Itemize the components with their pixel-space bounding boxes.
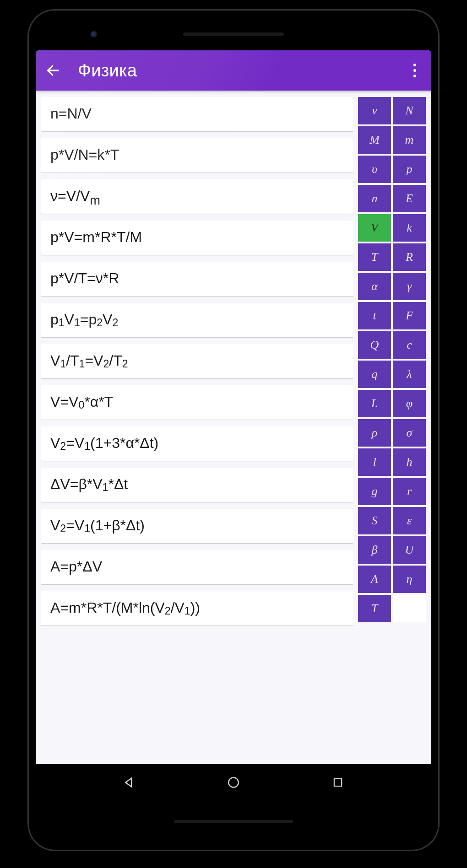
variable-cell[interactable]: A — [358, 566, 391, 593]
phone-bottom-bezel — [36, 801, 431, 842]
variable-cell[interactable]: υ — [358, 156, 391, 183]
nav-recent-button[interactable] — [327, 772, 348, 793]
nav-back-button[interactable] — [119, 772, 140, 793]
formula-item[interactable]: p*V/N=k*T — [41, 138, 353, 173]
variable-cell[interactable]: M — [358, 126, 391, 154]
variable-cell[interactable]: r — [393, 478, 426, 505]
svg-marker-1 — [125, 778, 131, 787]
speaker-icon — [183, 32, 284, 36]
home-indicator-icon — [174, 820, 293, 823]
variable-cell[interactable]: v — [358, 97, 391, 124]
app-screen: Физика n=N/Vp*V/N=k*Tν=V/Vmp*V=m*R*T/Mp*… — [36, 50, 431, 764]
formula-list[interactable]: n=N/Vp*V/N=k*Tν=V/Vmp*V=m*R*T/Mp*V/T=ν*R… — [41, 97, 353, 753]
formula-item[interactable]: p1V1=p2V2 — [41, 303, 353, 337]
variable-cell[interactable]: γ — [393, 273, 426, 300]
square-recent-icon — [331, 776, 344, 789]
back-button[interactable] — [45, 62, 61, 79]
variable-cell[interactable]: α — [358, 273, 391, 300]
formula-item[interactable]: A=p*ΔV — [41, 550, 353, 584]
variable-cell[interactable]: g — [358, 478, 391, 505]
variable-cell[interactable]: p — [393, 156, 426, 183]
formula-item[interactable]: n=N/V — [41, 97, 353, 131]
dot-icon — [413, 75, 416, 77]
variable-cell[interactable]: E — [393, 185, 426, 212]
dot-icon — [413, 64, 416, 66]
formula-item[interactable]: p*V=m*R*T/M — [41, 221, 353, 255]
formula-item[interactable]: V1/T1=V2/T2 — [41, 344, 353, 378]
formula-item[interactable]: V2=V1(1+3*α*Δt) — [41, 426, 353, 461]
formula-item[interactable]: V2=V1(1+β*Δt) — [41, 509, 353, 543]
variable-cell[interactable]: φ — [393, 390, 426, 417]
variable-cell[interactable]: N — [393, 97, 426, 124]
svg-rect-3 — [334, 779, 342, 786]
svg-point-2 — [228, 777, 238, 787]
variable-cell[interactable]: k — [393, 214, 426, 242]
variable-cell[interactable]: Q — [358, 331, 391, 359]
variable-cell[interactable]: R — [393, 243, 426, 271]
variable-cell-blank — [393, 595, 426, 622]
variable-cell[interactable]: U — [393, 536, 426, 564]
variable-cell[interactable]: V — [358, 214, 391, 242]
variable-cell[interactable]: t — [358, 302, 391, 329]
variable-cell[interactable]: ρ — [358, 419, 391, 447]
triangle-back-icon — [122, 775, 136, 790]
variable-cell[interactable]: S — [358, 507, 391, 534]
variable-cell[interactable]: λ — [393, 361, 426, 388]
variable-cell[interactable]: β — [358, 536, 391, 564]
variable-cell[interactable]: F — [393, 302, 426, 329]
formula-item[interactable]: A=m*R*T/(M*ln(V2/V1)) — [41, 591, 353, 625]
variable-cell[interactable]: q — [358, 361, 391, 388]
phone-frame: Физика n=N/Vp*V/N=k*Tν=V/Vmp*V=m*R*T/Mp*… — [27, 9, 440, 851]
variable-cell[interactable]: h — [393, 448, 426, 476]
circle-home-icon — [226, 775, 241, 790]
variable-cell[interactable]: n — [358, 185, 391, 212]
formula-item[interactable]: p*V/T=ν*R — [41, 262, 353, 296]
app-title: Физика — [78, 61, 391, 81]
variable-grid: vNMmυpnEVkTRαγtFQcqλLφρσlhgrSεβUAηT — [358, 97, 426, 753]
screen: Физика n=N/Vp*V/N=k*Tν=V/Vmp*V=m*R*T/Mp*… — [36, 50, 431, 801]
overflow-menu-button[interactable] — [407, 59, 422, 81]
variable-cell[interactable]: ε — [393, 507, 426, 534]
variable-cell[interactable]: T — [358, 595, 391, 622]
variable-cell[interactable]: m — [393, 126, 426, 154]
formula-item[interactable]: ν=V/Vm — [41, 179, 353, 214]
android-nav-bar — [36, 764, 431, 801]
phone-top-bezel — [36, 18, 431, 50]
main-content: n=N/Vp*V/N=k*Tν=V/Vmp*V=m*R*T/Mp*V/T=ν*R… — [36, 91, 431, 764]
variable-cell[interactable]: L — [358, 390, 391, 417]
camera-icon — [91, 31, 97, 38]
formula-item[interactable]: V=V0*α*T — [41, 385, 353, 420]
variable-cell[interactable]: η — [393, 566, 426, 593]
app-bar: Физика — [36, 50, 431, 91]
variable-cell[interactable]: T — [358, 243, 391, 271]
variable-cell[interactable]: l — [358, 448, 391, 476]
dot-icon — [413, 69, 416, 72]
formula-item[interactable]: ΔV=β*V1*Δt — [41, 468, 353, 502]
arrow-left-icon — [45, 63, 61, 78]
variable-cell[interactable]: σ — [393, 419, 426, 447]
variable-cell[interactable]: c — [393, 331, 426, 359]
nav-home-button[interactable] — [223, 772, 244, 793]
